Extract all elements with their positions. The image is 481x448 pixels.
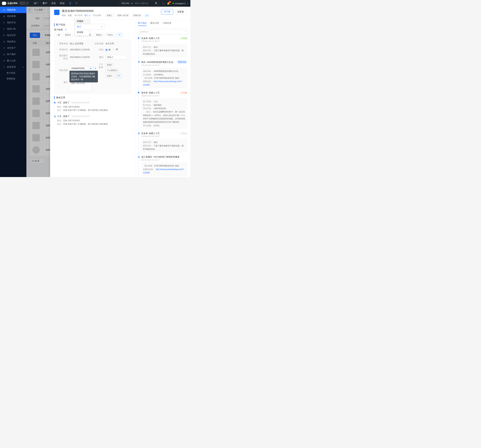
phone-copy-icon[interactable]: ⧉ <box>94 66 97 70</box>
sidebar-item-label: 我的学员 <box>7 21 16 24</box>
nav-data[interactable]: 数据 <box>60 2 65 5</box>
user-icon[interactable]: 👤 <box>69 2 71 5</box>
search-input[interactable] <box>133 1 153 6</box>
activity-filter-select[interactable]: 全部动态∨ <box>138 29 188 34</box>
customer-tag[interactable]: 高意向 <box>63 33 73 37</box>
customer-tag-more[interactable]: +4 <box>116 33 122 37</box>
sidebar-item[interactable]: ⊡删人记录 <box>0 57 26 64</box>
phone-duplicate-tooltip: 查询到此手机号码在系统中已存在，可以将两条客户数据合并为一条 <box>69 71 98 82</box>
sidebar-subitem[interactable]: 群聊标签 <box>0 76 26 82</box>
sidebar: ◔我的好友⊞我的群聊⚲我的学员✎我的订单✆电话记录⊡我的商品⟲流失客户⊟客户继承… <box>0 7 26 177</box>
timeline-item: 购买4399理财课进阶课程大礼包查看详情2021/01/30 01:38:27课… <box>138 60 188 88</box>
sidebar-item[interactable]: ✂标签管理∧ <box>0 64 26 70</box>
nav-customer[interactable]: 客户 <box>43 2 47 5</box>
group-tag[interactable]: 群聊三 <box>106 14 113 17</box>
nav-qc[interactable]: 质检 <box>51 2 56 5</box>
group-more[interactable]: +4 <box>145 14 149 17</box>
dropdown-option[interactable]: 张三✓ <box>75 24 105 30</box>
gender-female-radio[interactable]: 女 <box>113 48 118 51</box>
view-detail-link[interactable]: 查看详情 <box>177 60 187 64</box>
timeline-card: 客户经理：小王客户姓名：唔吃唔吃手机号码：19833528160备注：但无论是哪… <box>141 98 187 129</box>
dropdown-option[interactable]: 师馨薇 <box>75 19 90 24</box>
customer-tag[interactable]: 一般 <box>54 33 62 37</box>
group-tag[interactable]: 群聊一群大群 <box>116 14 130 17</box>
sidebar-icon: ✆ <box>3 34 5 37</box>
timeline-item: 定金单创建人小王已取消2020/01/30 01:38:27跟单方式：电话跟单内… <box>138 132 188 153</box>
tab-activity[interactable]: 客户动态 <box>138 22 147 26</box>
tab-orders[interactable]: 订单记录 <box>163 22 171 26</box>
bell-icon[interactable]: 🔔5 <box>167 2 170 5</box>
timeline-card: 课程名称：4399理财课进阶课程大礼包已付款项：2218989元通过群聊【759… <box>141 68 187 88</box>
last-chat-value: 2021/09/10 12:00:00 <box>70 56 90 58</box>
search-button[interactable]: 🔍 <box>153 1 159 6</box>
sidebar-subitem[interactable]: 客户标签 <box>0 70 26 76</box>
dropdown-option[interactable]: 俱保咏 <box>75 30 90 35</box>
deposit-button[interactable]: 交定金 <box>175 9 186 14</box>
status-badge: 已取消 <box>180 132 187 135</box>
sidebar-item[interactable]: ◔我的好友 <box>0 7 26 13</box>
chevron-up-icon: ∧ <box>23 66 24 68</box>
edit-tags-icon[interactable]: ✎ <box>65 29 67 31</box>
add-time-label: 添加时间 <box>57 48 68 51</box>
topbar: 云朵CRM 教育机构一站式服务云平台 推广 客户 质检 数据 👤 ✆ 手机号码 … <box>0 0 190 7</box>
phone-icon[interactable]: ✆ <box>75 2 77 5</box>
sidebar-item[interactable]: ⚲我的学员 <box>0 19 26 26</box>
sidebar-item[interactable]: ⟲流失客户 <box>0 45 26 51</box>
order-button[interactable]: 代下单 <box>161 9 173 14</box>
history-item: 小王更新了2021/01/30 01:38:27微信：空值-1367218282… <box>54 101 131 112</box>
sidebar-item[interactable]: ⊟客户继承 <box>0 51 26 57</box>
manager-dropdown[interactable]: 张三 ▲ <box>84 14 90 17</box>
timeline-card: 通过群聊【759-59班理财训练营】购买直播间链接：http://www.yun… <box>141 162 187 176</box>
note-label: 备注 <box>57 81 68 84</box>
nick-value: 小王 <box>68 14 72 16</box>
logo: 云朵CRM 教育机构一站式服务云平台 <box>2 2 29 5</box>
personal-tags-label: 个人标签 <box>97 63 103 69</box>
top-nav: 推广 客户 质检 数据 👤 ✆ <box>34 2 77 5</box>
drawer-header: 👤 微信名称6789990000966 昵称：小王 客户经理：张三 ▲ 所在群聊… <box>50 7 190 20</box>
customer-avatar-icon: 👤 <box>54 10 60 15</box>
sidebar-icon: ⟲ <box>3 47 5 49</box>
nav-promo[interactable]: 推广 <box>34 2 38 5</box>
wechat-label: 微信 <box>93 56 103 59</box>
status-badge: 已失败 <box>180 92 187 94</box>
sidebar-icon: ⚲ <box>3 21 5 24</box>
timeline-card: 跟单方式：电话跟单内容：只是了解在线教育方面的信息，暂时无购买意向。 <box>141 139 187 153</box>
group-tag[interactable]: 群聊六群 <box>132 14 142 17</box>
wechat-input[interactable] <box>105 55 127 59</box>
history-item: 小王更新了2021/01/30 01:38:27微信：空值-1367218282… <box>54 115 131 126</box>
gender-label: 性别 <box>93 48 103 51</box>
sidebar-item[interactable]: ⊞我的群聊 <box>0 13 26 19</box>
overlay-mask[interactable] <box>26 7 50 177</box>
user-menu[interactable]: manager11▼ <box>172 2 188 5</box>
phone-label: 手机号码 <box>57 69 68 72</box>
add-time-value: 2021/09/10 12:00:00 <box>70 48 90 51</box>
sidebar-item[interactable]: ✎我的订单 <box>0 26 26 32</box>
personal-tag[interactable]: 标签1 <box>105 63 114 67</box>
personal-tag[interactable]: 个人标签12 <box>105 68 119 73</box>
personal-tag[interactable]: 标签1 <box>105 74 114 78</box>
search-type-select[interactable]: 手机号码 <box>119 1 133 6</box>
sidebar-item-label: 我的订单 <box>7 27 16 31</box>
phone-lookup-icon[interactable]: ⊞ <box>89 66 93 70</box>
sidebar-item[interactable]: ✆电话记录 <box>0 32 26 39</box>
gender-male-radio[interactable]: 男 <box>105 48 111 52</box>
sidebar-icon: ⊡ <box>3 60 5 62</box>
timeline-time: 2021/01/30 01:38:27 <box>141 64 187 67</box>
timeline-item: 定金单创建人小王已完成2020/01/30 01:38:27跟单方式：电话跟单内… <box>138 37 188 57</box>
customer-tag[interactable]: 高意向 <box>94 33 104 37</box>
personal-tag-more[interactable]: +4 <box>115 74 121 78</box>
timeline-card: 跟单方式：电话跟单内容：只是了解在线教育方面的信息，暂时无购买意向。 <box>141 44 187 57</box>
mobile-icon[interactable]: ⬚ <box>162 2 164 5</box>
sidebar-icon: ✎ <box>3 28 5 30</box>
friend-source-value: 名片分享 <box>105 42 114 45</box>
phone-input[interactable] <box>70 66 88 70</box>
search-group: 手机号码 🔍 <box>119 1 160 6</box>
timeline-time: 2020/01/30 01:38:27 <box>141 135 187 138</box>
tab-chat[interactable]: 聊天记录 <box>150 22 159 26</box>
sidebar-item[interactable]: ⊡我的商品 <box>0 39 26 45</box>
username: manager11 <box>175 2 186 5</box>
customer-tag[interactable]: 中意向 <box>105 33 115 37</box>
logo-text: 云朵CRM <box>7 2 17 5</box>
top-right: 手机号码 🔍 ⬚ 🔔5 manager11▼ <box>119 1 188 6</box>
logo-subtitle: 教育机构一站式服务云平台 <box>18 2 29 5</box>
